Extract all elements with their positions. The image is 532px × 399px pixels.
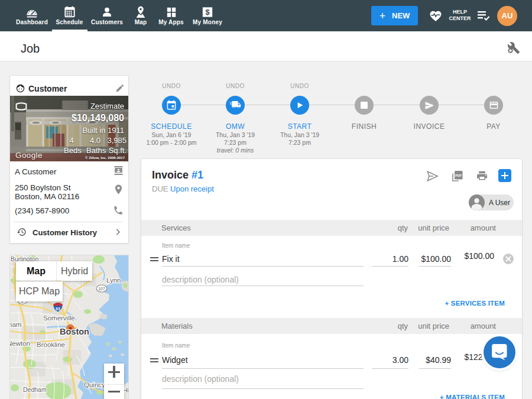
svg-text:Brookline: Brookline bbox=[37, 341, 65, 348]
svg-text:Boston: Boston bbox=[60, 327, 89, 336]
svg-text:PDF: PDF bbox=[455, 174, 462, 177]
svg-text:93: 93 bbox=[56, 307, 60, 311]
svg-text:Quincy: Quincy bbox=[84, 381, 105, 388]
svg-text:107: 107 bbox=[98, 287, 105, 291]
svg-text:ham: ham bbox=[10, 321, 21, 328]
svg-text:Dedham: Dedham bbox=[23, 386, 47, 393]
svg-text:Lynn: Lynn bbox=[106, 277, 121, 284]
svg-text:$: $ bbox=[205, 8, 209, 17]
svg-text:Newton: Newton bbox=[10, 340, 30, 347]
svg-text:Somerville: Somerville bbox=[43, 314, 75, 322]
